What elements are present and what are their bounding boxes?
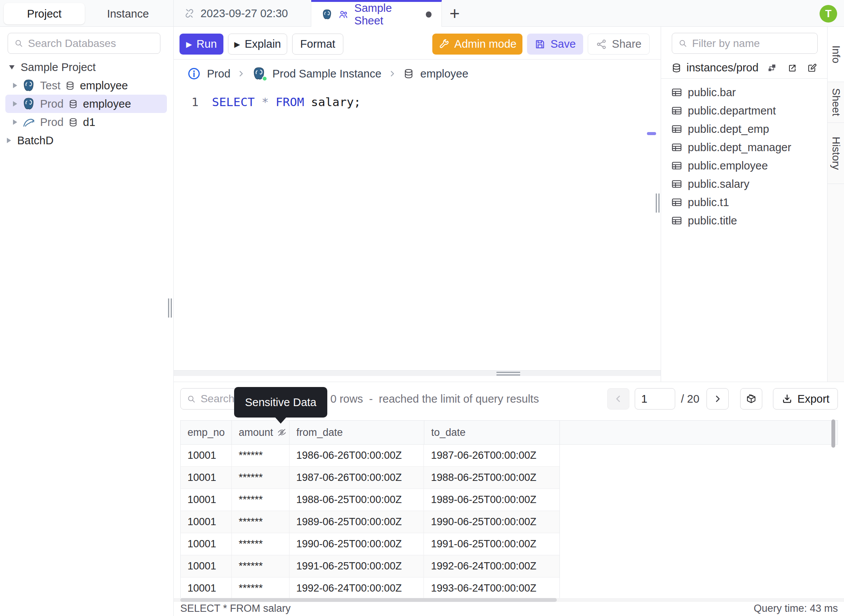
cell-to-date[interactable]: 1993-06-24T00:00:00Z bbox=[424, 577, 559, 599]
schema-diagram-icon[interactable] bbox=[767, 63, 777, 73]
table-item[interactable]: public.department bbox=[661, 102, 827, 120]
horizontal-scrollbar-thumb[interactable] bbox=[180, 598, 557, 602]
table-filter[interactable] bbox=[672, 33, 818, 54]
column-header-from-date[interactable]: from_date bbox=[289, 421, 424, 444]
cell-to-date[interactable]: 1987-06-26T00:00:00Z bbox=[424, 445, 559, 466]
cell-amount-masked[interactable]: ****** bbox=[232, 577, 289, 599]
cell-to-date[interactable]: 1988-06-25T00:00:00Z bbox=[424, 467, 559, 489]
wrench-icon bbox=[438, 39, 450, 50]
tree-node-prod-employee-selected[interactable]: Prod employee bbox=[5, 95, 167, 113]
breadcrumb-environment[interactable]: Prod bbox=[207, 68, 230, 80]
cell-emp-no[interactable]: 10001 bbox=[181, 555, 232, 577]
page-number-input[interactable] bbox=[635, 388, 675, 410]
panel-resize-handle[interactable] bbox=[496, 372, 520, 377]
table-item[interactable]: public.salary bbox=[661, 175, 827, 193]
breadcrumb-instance[interactable]: Prod Sample Instance bbox=[272, 68, 381, 80]
table-filter-input[interactable] bbox=[692, 37, 811, 50]
table-item[interactable]: public.title bbox=[661, 211, 827, 230]
table-row[interactable]: 10001******1990-06-25T00:00:00Z1991-06-2… bbox=[180, 533, 560, 555]
cell-to-date[interactable]: 1992-06-24T00:00:00Z bbox=[424, 555, 559, 577]
tree-node-batchd[interactable]: BatchD bbox=[0, 131, 174, 150]
schema-panel: instances/prod public.bar public.departm… bbox=[661, 27, 827, 382]
edit-icon[interactable] bbox=[807, 63, 817, 73]
column-header-amount[interactable]: amount bbox=[232, 421, 289, 444]
admin-mode-button[interactable]: Admin mode bbox=[432, 34, 522, 55]
cell-emp-no[interactable]: 10001 bbox=[181, 533, 232, 555]
horizontal-scrollbar-track[interactable] bbox=[174, 598, 844, 602]
executed-query-label: SELECT * FROM salary bbox=[180, 603, 291, 614]
cell-from-date[interactable]: 1992-06-24T00:00:00Z bbox=[289, 577, 424, 599]
tab-history[interactable]: History bbox=[828, 123, 844, 184]
cell-amount-masked[interactable]: ****** bbox=[232, 467, 289, 489]
table-row[interactable]: 10001******1989-06-25T00:00:00Z1990-06-2… bbox=[180, 511, 560, 533]
cell-from-date[interactable]: 1986-06-26T00:00:00Z bbox=[289, 445, 424, 466]
editor-line-1[interactable]: 1 SELECT * FROM salary; bbox=[174, 93, 661, 111]
cell-from-date[interactable]: 1987-06-26T00:00:00Z bbox=[289, 467, 424, 489]
vertical-scrollbar-thumb[interactable] bbox=[831, 419, 835, 448]
cell-amount-masked[interactable]: ****** bbox=[232, 511, 289, 533]
database-search-input[interactable] bbox=[28, 37, 154, 50]
project-name-label: BatchD bbox=[17, 134, 53, 147]
cell-emp-no[interactable]: 10001 bbox=[181, 489, 232, 511]
info-icon[interactable] bbox=[187, 67, 201, 81]
cell-amount-masked[interactable]: ****** bbox=[232, 533, 289, 555]
sidebar-resize-handle[interactable] bbox=[168, 298, 173, 319]
export-button[interactable]: Export bbox=[773, 388, 838, 410]
prev-page-button[interactable] bbox=[607, 388, 629, 410]
cell-amount-masked[interactable]: ****** bbox=[232, 489, 289, 511]
format-button[interactable]: Format bbox=[292, 34, 343, 55]
table-row[interactable]: 10001******1986-06-26T00:00:00Z1987-06-2… bbox=[180, 445, 560, 467]
cell-to-date[interactable]: 1989-06-25T00:00:00Z bbox=[424, 489, 559, 511]
cell-emp-no[interactable]: 10001 bbox=[181, 445, 232, 466]
sheet-tab-active[interactable]: Sample Sheet bbox=[311, 0, 442, 27]
table-item[interactable]: public.employee bbox=[661, 156, 827, 175]
cell-to-date[interactable]: 1991-06-25T00:00:00Z bbox=[424, 533, 559, 555]
sheet-tab-unsaved[interactable]: 2023-09-27 02:30 bbox=[174, 0, 311, 27]
table-row[interactable]: 10001******1988-06-25T00:00:00Z1989-06-2… bbox=[180, 489, 560, 511]
table-item[interactable]: public.dept_emp bbox=[661, 120, 827, 138]
table-row[interactable]: 10001******1991-06-25T00:00:00Z1992-06-2… bbox=[180, 555, 560, 577]
column-header-emp-no[interactable]: emp_no bbox=[181, 421, 232, 444]
cell-amount-masked[interactable]: ****** bbox=[232, 555, 289, 577]
external-link-icon[interactable] bbox=[787, 63, 797, 73]
explain-label: Explain bbox=[245, 38, 281, 50]
cell-emp-no[interactable]: 10001 bbox=[181, 577, 232, 599]
results-status-bar: SELECT * FROM salary Query time: 43 ms bbox=[180, 603, 838, 614]
cell-emp-no[interactable]: 10001 bbox=[181, 511, 232, 533]
cell-from-date[interactable]: 1988-06-25T00:00:00Z bbox=[289, 489, 424, 511]
tree-node-test-employee[interactable]: Test employee bbox=[0, 76, 174, 95]
results-panel: 0 rows - reached the limit of query resu… bbox=[174, 382, 844, 616]
tab-instance[interactable]: Instance bbox=[92, 3, 164, 24]
tab-sheet[interactable]: Sheet bbox=[828, 82, 844, 123]
run-button[interactable]: ▶ Run bbox=[179, 34, 223, 55]
tab-project[interactable]: Project bbox=[4, 3, 85, 24]
cell-from-date[interactable]: 1991-06-25T00:00:00Z bbox=[289, 555, 424, 577]
cell-from-date[interactable]: 1989-06-25T00:00:00Z bbox=[289, 511, 424, 533]
cell-to-date[interactable]: 1990-06-25T00:00:00Z bbox=[424, 511, 559, 533]
table-item[interactable]: public.t1 bbox=[661, 193, 827, 211]
add-sheet-button[interactable]: + bbox=[449, 3, 460, 24]
share-button[interactable]: Share bbox=[588, 34, 650, 55]
breadcrumb-database[interactable]: employee bbox=[420, 68, 469, 80]
table-item[interactable]: public.dept_manager bbox=[661, 138, 827, 156]
explain-button[interactable]: ▶ Explain bbox=[228, 34, 287, 55]
results-divider[interactable] bbox=[174, 370, 661, 376]
table-row[interactable]: 10001******1987-06-26T00:00:00Z1988-06-2… bbox=[180, 467, 560, 489]
tree-node-sample-project[interactable]: Sample Project bbox=[0, 58, 174, 76]
cell-emp-no[interactable]: 10001 bbox=[181, 467, 232, 489]
cell-amount-masked[interactable]: ****** bbox=[232, 445, 289, 466]
panel-resize-handle[interactable] bbox=[656, 194, 661, 214]
database-search[interactable] bbox=[8, 33, 160, 54]
table-row[interactable]: 10001******1992-06-24T00:00:00Z1993-06-2… bbox=[180, 577, 560, 600]
column-header-to-date[interactable]: to_date bbox=[424, 421, 560, 444]
tab-info[interactable]: Info bbox=[828, 27, 844, 82]
save-button[interactable]: Save bbox=[527, 34, 583, 55]
user-avatar[interactable]: T bbox=[820, 5, 837, 23]
next-page-button[interactable] bbox=[707, 388, 729, 410]
visualize-button[interactable] bbox=[740, 388, 762, 410]
cell-from-date[interactable]: 1990-06-25T00:00:00Z bbox=[289, 533, 424, 555]
tree-node-prod-d1[interactable]: Prod d1 bbox=[0, 113, 174, 131]
table-item[interactable]: public.bar bbox=[661, 83, 827, 102]
editor-scroll-indicator bbox=[647, 132, 656, 135]
database-name-label: employee bbox=[83, 98, 131, 110]
